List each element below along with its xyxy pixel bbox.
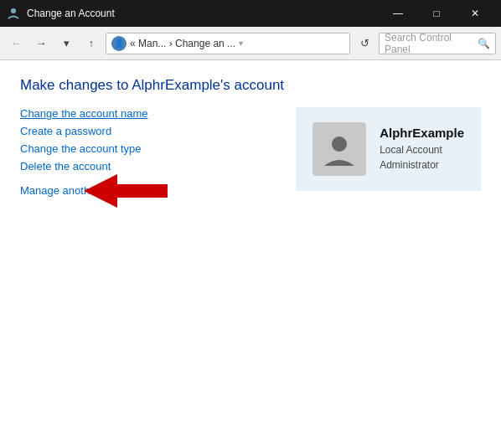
create-password-link[interactable]: Create a password xyxy=(20,125,271,137)
refresh-button[interactable]: ↺ xyxy=(354,33,375,54)
account-type-line1: Local Account xyxy=(380,142,464,157)
breadcrumb-dropdown-icon: ▾ xyxy=(239,39,243,48)
change-account-name-link[interactable]: Change the account name xyxy=(20,107,271,120)
account-card: AlphrExample Local Account Administrator xyxy=(296,107,481,191)
svg-point-0 xyxy=(11,8,16,13)
breadcrumb-text: « Man... › Change an ... xyxy=(130,38,235,49)
titlebar-icon xyxy=(7,7,20,20)
content-area: Change the account name Create a passwor… xyxy=(20,107,481,197)
titlebar: Change an Account — □ ✕ xyxy=(0,0,501,27)
account-name: AlphrExample xyxy=(380,126,464,140)
close-button[interactable]: ✕ xyxy=(456,0,494,27)
recent-locations-button[interactable]: ▾ xyxy=(55,33,77,54)
page-title: Make changes to AlphrExample's account xyxy=(20,77,481,94)
breadcrumb-icon: 👤 xyxy=(111,36,127,51)
change-account-type-link[interactable]: Change the account type xyxy=(20,142,271,155)
minimize-button[interactable]: — xyxy=(379,0,417,27)
svg-point-1 xyxy=(332,136,347,152)
search-placeholder: Search Control Panel xyxy=(385,32,474,55)
manage-another-account-link[interactable]: Manage another account xyxy=(20,184,271,197)
titlebar-title: Change an Account xyxy=(27,8,379,19)
account-info: AlphrExample Local Account Administrator xyxy=(380,126,464,173)
avatar xyxy=(312,122,366,176)
titlebar-controls: — □ ✕ xyxy=(379,0,494,27)
up-button[interactable]: ↑ xyxy=(80,33,102,54)
maximize-button[interactable]: □ xyxy=(417,0,456,27)
links-section: Change the account name Create a passwor… xyxy=(20,107,271,197)
breadcrumb-bar[interactable]: 👤 « Man... › Change an ... ▾ xyxy=(106,33,350,54)
main-content: Make changes to AlphrExample's account C… xyxy=(0,60,501,448)
addressbar: ← → ▾ ↑ 👤 « Man... › Change an ... ▾ ↺ S… xyxy=(0,27,501,60)
forward-button[interactable]: → xyxy=(30,33,52,54)
back-button[interactable]: ← xyxy=(5,33,27,54)
account-type-line2: Administrator xyxy=(380,157,464,173)
delete-account-link[interactable]: Delete the account xyxy=(20,160,271,173)
search-icon: 🔍 xyxy=(478,38,490,49)
search-bar[interactable]: Search Control Panel 🔍 xyxy=(379,33,496,54)
